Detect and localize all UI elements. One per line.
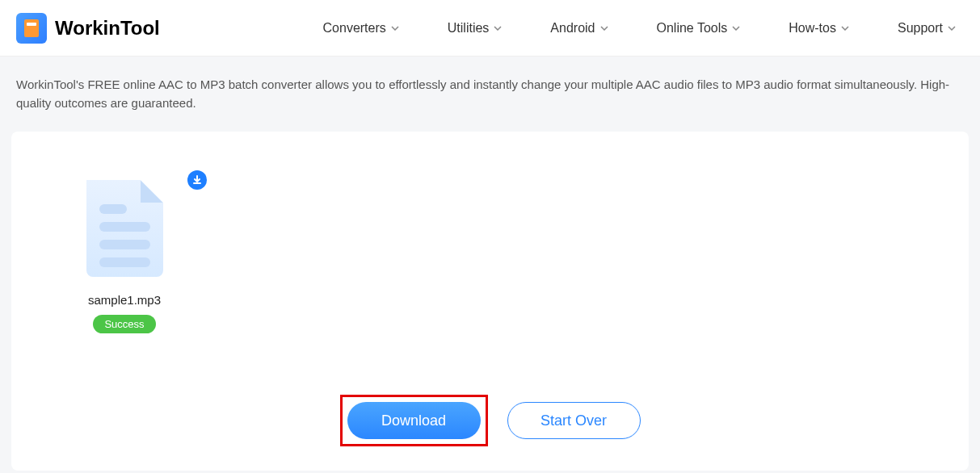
nav-label: Utilities [448,21,490,36]
nav-label: How-tos [789,21,836,36]
chevron-down-icon [494,24,502,32]
status-badge: Success [93,315,155,333]
brand-name: WorkinTool [55,17,160,40]
chevron-down-icon [732,24,740,32]
start-over-button[interactable]: Start Over [507,402,641,439]
nav-label: Online Tools [657,21,728,36]
header: WorkinTool Converters Utilities Android … [0,0,980,57]
action-buttons: Download Start Over [36,395,944,446]
file-name: sample1.mp3 [52,293,197,307]
download-icon [191,174,203,186]
chevron-down-icon [841,24,849,32]
highlight-box: Download [340,395,488,446]
chevron-down-icon [600,24,608,32]
nav-label: Android [550,21,595,36]
file-icon [86,180,163,277]
chevron-down-icon [948,24,956,32]
converter-card: sample1.mp3 Success Download Start Over [11,132,969,471]
main-nav: Converters Utilities Android Online Tool… [323,21,964,36]
nav-item-online-tools[interactable]: Online Tools [657,21,741,36]
page-description: WorkinTool's FREE online AAC to MP3 batc… [0,57,980,132]
file-card: sample1.mp3 Success [36,164,213,350]
logo[interactable]: WorkinTool [16,13,160,44]
logo-icon [16,13,47,44]
nav-item-utilities[interactable]: Utilities [448,21,503,36]
nav-label: Converters [323,21,386,36]
nav-item-android[interactable]: Android [550,21,608,36]
download-file-button[interactable] [187,170,207,190]
chevron-down-icon [391,24,399,32]
nav-item-converters[interactable]: Converters [323,21,399,36]
nav-item-support[interactable]: Support [898,21,956,36]
nav-label: Support [898,21,943,36]
download-button[interactable]: Download [347,402,481,439]
nav-item-howtos[interactable]: How-tos [789,21,849,36]
